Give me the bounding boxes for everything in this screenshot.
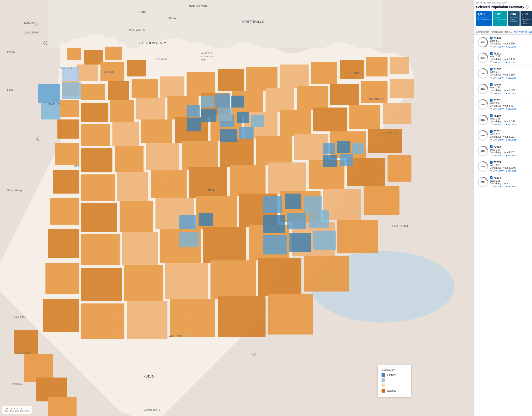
map-view-link[interactable]: 📍 MAP VIEW — [490, 92, 503, 95]
map-view-link[interactable]: 📍 MAP VIEW — [490, 46, 503, 48]
svg-text:TULSA: TULSA — [167, 17, 176, 19]
svg-rect-110 — [309, 210, 329, 228]
filter-all-select[interactable]: All ▾ — [514, 31, 518, 33]
geo-info: 78751 Index 272 Cohort Avg. Hour 3,011 📍… — [490, 130, 530, 141]
select-link[interactable]: ★ SELECT — [505, 170, 516, 172]
legend-swatch-2 — [382, 378, 385, 382]
svg-rect-12 — [108, 81, 129, 100]
zip-code: 78705 — [493, 161, 501, 164]
geo-zip: 78701 — [490, 99, 530, 102]
check-icon[interactable] — [490, 52, 493, 55]
check-icon[interactable] — [490, 114, 493, 117]
check-icon[interactable] — [490, 99, 493, 102]
stat-population: 2.3m TARGET POPULATION — [493, 11, 507, 26]
legend-label-lowest: Lowest — [387, 389, 396, 392]
geo-list-item: 20% 75204 Index 256 Cohort Avg. Hour ...… — [474, 174, 532, 190]
geo-list-item: 20% 78705 Index 260 Cohort Avg. Hour 16,… — [474, 159, 532, 174]
svg-text:WILLE: WILLE — [208, 189, 217, 192]
svg-rect-24 — [81, 103, 108, 122]
check-icon[interactable] — [490, 176, 493, 179]
geo-zip: 77098 — [490, 145, 530, 148]
zip-code: 79406 — [493, 37, 501, 39]
svg-rect-82 — [337, 220, 378, 253]
svg-text:BARTLESVILLE: BARTLESVILLE — [189, 4, 212, 8]
svg-text:LAWTON: LAWTON — [103, 70, 114, 73]
svg-rect-42 — [280, 110, 311, 136]
svg-rect-34 — [390, 79, 414, 98]
map-view-link[interactable]: 📍 MAP VIEW — [490, 154, 503, 157]
geo-actions: 📍 MAP VIEW ★ SELECT — [490, 185, 530, 188]
check-icon[interactable] — [490, 130, 493, 132]
svg-rect-51 — [220, 139, 254, 167]
geo-zip: 75202 — [490, 68, 530, 70]
svg-rect-108 — [263, 215, 285, 233]
check-icon[interactable] — [490, 37, 493, 39]
stat-geographies: 1,937 NUMBER OF GEOGRAPHIES — [476, 11, 492, 26]
geo-cohort: Cohort Avg. Hour ... — [490, 182, 530, 185]
svg-rect-130 — [187, 118, 201, 132]
select-link[interactable]: ★ SELECT — [505, 77, 516, 79]
svg-rect-126 — [231, 95, 244, 107]
svg-rect-32 — [330, 84, 359, 105]
geo-cohort: Cohort Avg. Hour 4,132 — [490, 151, 530, 154]
geo-index: Index 319 — [490, 71, 530, 73]
view-as-table-link[interactable]: View as Table — [519, 31, 532, 33]
check-icon[interactable] — [490, 83, 493, 86]
select-link[interactable]: ★ SELECT — [505, 154, 516, 157]
star-icon: ★ — [505, 46, 507, 48]
map-pin-icon: 📍 — [490, 170, 492, 172]
svg-rect-102 — [251, 115, 264, 127]
filter-bar: Composition Percentage: High-L... All ▾ … — [474, 29, 532, 35]
geo-list-item: 21% 78751 Index 272 Cohort Avg. Hour 3,0… — [474, 128, 532, 143]
zip-code: 78751 — [493, 130, 501, 132]
geo-list[interactable]: 45% 79406 Index 569 Cohort Avg. Hour 6,8… — [474, 35, 532, 416]
geo-index: Index 260 — [490, 164, 530, 167]
select-link[interactable]: ★ SELECT — [505, 108, 516, 110]
donut-chart: 23% — [477, 99, 488, 110]
svg-text:180: 180 — [44, 43, 47, 44]
select-link[interactable]: ★ SELECT — [505, 46, 516, 48]
zip-code: 77046 — [493, 83, 501, 86]
svg-text:ENID: ENID — [139, 10, 146, 14]
select-link[interactable]: ★ SELECT — [505, 139, 516, 141]
geo-actions: 📍 MAP VIEW ★ SELECT — [490, 92, 530, 95]
geo-index: Index 288 — [490, 117, 530, 120]
svg-rect-38 — [141, 120, 172, 143]
star-icon: ★ — [505, 185, 507, 188]
check-icon[interactable] — [490, 161, 493, 164]
map-view-link[interactable]: 📍 MAP VIEW — [490, 139, 503, 141]
svg-rect-25 — [110, 100, 134, 122]
geo-actions: 📍 MAP VIEW ★ SELECT — [490, 139, 530, 141]
svg-rect-23 — [60, 100, 79, 117]
info-icon[interactable]: i — [526, 5, 529, 9]
check-icon[interactable] — [490, 145, 493, 148]
select-link[interactable]: ★ SELECT — [505, 185, 516, 188]
svg-rect-17 — [246, 67, 277, 91]
map-view-link[interactable]: 📍 MAP VIEW — [490, 170, 503, 172]
sidebar-header: MAPPED GEOGRAPHY SET Selected Population… — [474, 0, 532, 29]
select-link[interactable]: ★ SELECT — [505, 61, 516, 64]
map-pin-icon: 📍 — [490, 92, 492, 95]
map-view-link[interactable]: 📍 MAP VIEW — [490, 185, 503, 188]
donut-percent-label: 45% — [481, 41, 485, 44]
check-icon[interactable] — [490, 68, 493, 70]
svg-rect-83 — [45, 263, 79, 294]
svg-text:PARRAL: PARRAL — [12, 382, 22, 385]
geo-info: 77098 Index 269 Cohort Avg. Hour 4,132 📍… — [490, 145, 530, 157]
select-label: SELECT — [508, 108, 516, 110]
select-link[interactable]: ★ SELECT — [505, 92, 516, 95]
geo-actions: 📍 MAP VIEW ★ SELECT — [490, 46, 530, 48]
svg-text:OKLAHOMA CITY: OKLAHOMA CITY — [139, 41, 166, 45]
zip-code: 75270 — [493, 114, 501, 117]
svg-rect-109 — [287, 213, 306, 229]
map-view-link[interactable]: 📍 MAP VIEW — [490, 77, 503, 79]
map-container[interactable]: SANTA FE LAS VEGAS RQUE HOB Grassland BA… — [0, 0, 473, 416]
map-view-link[interactable]: 📍 MAP VIEW — [490, 108, 503, 110]
svg-text:CARLBAD: CARLBAD — [48, 103, 61, 106]
select-link[interactable]: ★ SELECT — [505, 123, 516, 126]
svg-text:Forest: Forest — [200, 58, 206, 61]
geo-list-item: 23% 78701 Index 292 Cohort Avg. Hour 8,7… — [474, 97, 532, 112]
map-view-link[interactable]: 📍 MAP VIEW — [490, 61, 503, 64]
map-view-link[interactable]: 📍 MAP VIEW — [490, 123, 503, 126]
svg-rect-119 — [323, 143, 335, 154]
